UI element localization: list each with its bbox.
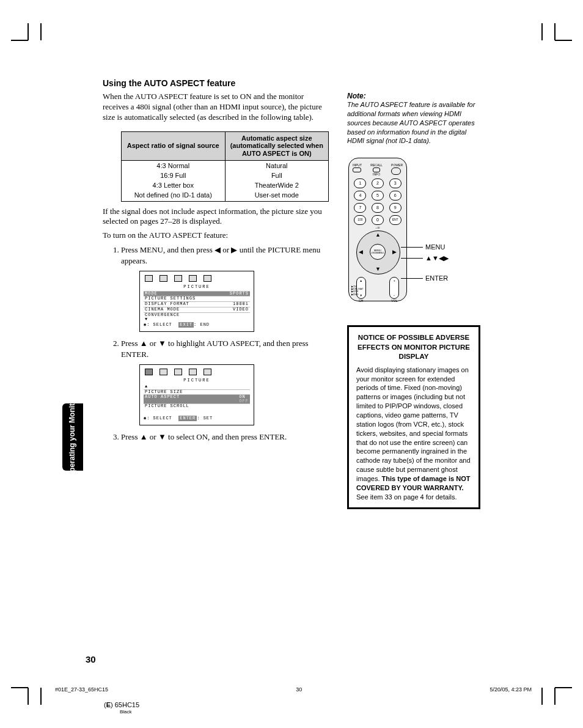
osd-footer: : SELECT [147,322,172,327]
remote-button-0: 0 [372,215,384,225]
remote-dpad: ▲ ▼ ◀ ▶ MENU DVDMENU [356,230,399,273]
footer-timestamp: 5/20/05, 4:23 PM [490,686,532,693]
remote-label: INPUT [353,163,362,167]
remote-button-1: 1 [354,178,366,188]
table-cell: TheaterWide 2 [225,180,329,190]
page-number: 30 [86,654,96,664]
step-text: or [148,339,158,348]
callout-arrows: ▲▼◀▶ [413,253,449,264]
remote-button-2: 2 [372,178,384,188]
step-text: or [221,245,231,254]
osd-row: CINEMA MODE [145,307,180,312]
osd-value: VIDEO [233,307,249,312]
print-footer: #01E_27-33_65HC15 30 5/20/05, 4:23 PM [55,686,532,693]
osd-footer: : END [194,322,210,327]
remote-button-7: 7 [354,203,366,213]
step-text: Press [121,432,140,441]
step-3: Press ▲ or ▼ to select ON, and then pres… [121,432,329,443]
osd-row: PICTURE SETTINGS [145,296,196,301]
table-header-2: Automatic aspect size (automatically sel… [225,131,329,160]
step-text: Press MENU, and then press [121,245,215,254]
osd-screenshot-1: PICTURE MODESPORTS PICTURE SETTINGS DISP… [139,271,254,332]
table-cell: 4:3 Normal [122,160,226,171]
osd-footer: EXIT [178,322,194,328]
remote-button-5: 5 [372,191,384,200]
footer-page: 30 [296,686,302,693]
osd-screenshot-2: PICTURE ▲ PICTURE SIZE AUTO ASPECTONOFF … [139,364,254,425]
osd-value: OFF [239,399,249,403]
step-text: to select ON, and then press ENTER. [166,432,287,441]
table-cell: 16:9 Full [122,171,226,180]
table-cell: User-set mode [225,190,329,202]
osd-title: PICTURE [144,284,250,290]
remote-button-100: 100 [354,215,366,225]
table-cell: Full [225,171,329,180]
model-footer: (E) 65HC15 [104,701,139,708]
table-cell: 4:3 Letter box [122,180,226,190]
aspect-table: Aspect ratio of signal source Automatic … [121,131,329,202]
remote-button-ent: ENT [389,215,402,225]
osd-row: CONVERGENCE [145,313,180,318]
remote-button-9: 9 [389,203,402,213]
remote-label: INFO [373,172,380,176]
paragraph: To turn on the AUTO ASPECT feature: [103,230,329,241]
remote-device-labels: ▶TV▶CBL/SAT▶VCR▶DVD [351,285,363,296]
step-text: or [148,432,158,441]
remote-label: RECALL [370,163,382,167]
section-heading: Using the AUTO ASPECT feature [103,78,480,88]
remote-label: POWER [391,163,403,167]
notice-body: See item 33 on page 4 for details. [356,493,457,501]
remote-label: VOL [391,299,397,303]
remote-vol-rocker: +− [389,277,399,299]
osd-row: PICTURE SIZE [145,390,183,395]
step-1: Press MENU, and then press ◀ or ▶ until … [121,245,329,332]
remote-button-8: 8 [372,203,384,213]
step-text: Press [121,339,140,348]
osd-row: AUTO ASPECT [145,395,180,403]
remote-button-6: 6 [389,191,402,200]
remote-plus10: +10 [353,226,403,229]
remote-label: CH [359,299,363,303]
intro-paragraph: When the AUTO ASPECT feature is set to O… [103,92,329,123]
footer-filename: #01E_27-33_65HC15 [55,686,108,693]
chapter-tab-text: Operating your Monitor [68,396,76,477]
osd-footer: ENTER [178,416,197,421]
osd-row: DISPLAY FORMAT [145,302,189,307]
osd-row: PICTURE SCROLL [145,404,189,409]
note-label: Note: [347,92,480,100]
steps-list: Press MENU, and then press ◀ or ▶ until … [103,245,329,443]
notice-box: NOTICE OF POSSIBLE ADVERSE EFFECTS ON MO… [347,325,480,509]
footer-model: ) 65HC15 [111,701,139,708]
callout-enter: ENTER [413,273,449,284]
chapter-tab: Operating your Monitor [62,403,83,471]
osd-row: MODE [145,292,158,296]
osd-footer: : SELECT [147,416,172,421]
notice-title: NOTICE OF POSSIBLE ADVERSE EFFECTS ON MO… [356,333,471,362]
notice-body: Avoid displaying stationary images on yo… [356,366,471,482]
callout-menu: MENU [413,242,449,253]
footer-region: E [106,701,111,708]
osd-footer: : SET [197,416,213,421]
osd-title: PICTURE [144,378,250,383]
osd-value: SPORTS [230,292,249,296]
table-cell: Not defined (no ID-1 data) [122,190,226,202]
color-plate-label: Black [120,709,132,715]
paragraph: If the signal does not include aspect in… [103,207,329,227]
remote-button-4: 4 [354,191,366,200]
remote-diagram: INPUT RECALLINFO POWER 1 2 3 4 5 6 7 8 9… [347,158,480,311]
table-header-1: Aspect ratio of signal source [122,131,226,160]
step-2: Press ▲ or ▼ to highlight AUTO ASPECT, a… [121,338,329,425]
osd-value: 1080i [233,302,249,307]
remote-button-3: 3 [389,178,402,188]
table-cell: Natural [225,160,329,171]
note-text: The AUTO ASPECT feature is available for… [347,100,480,145]
